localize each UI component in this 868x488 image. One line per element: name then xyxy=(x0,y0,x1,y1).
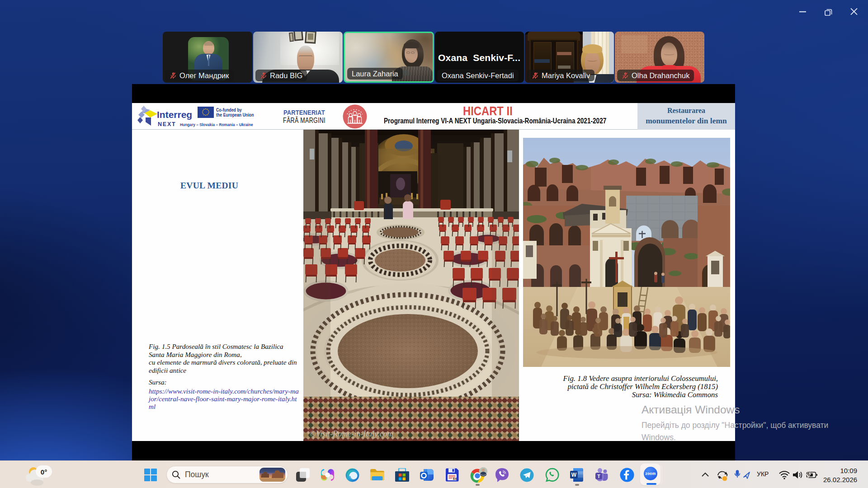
svg-text:W: W xyxy=(571,472,577,478)
svg-text:T: T xyxy=(597,474,600,479)
svg-text:64: 64 xyxy=(453,477,457,481)
svg-text:©Visit-Rome-in-Italy.com: ©Visit-Rome-in-Italy.com xyxy=(310,429,393,438)
svg-text:0°: 0° xyxy=(41,468,47,476)
